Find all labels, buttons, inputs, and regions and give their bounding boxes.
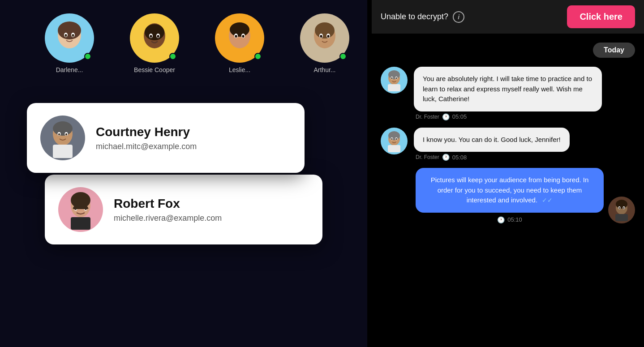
svg-point-13 bbox=[230, 22, 249, 37]
msg-time-3: 05:10 bbox=[507, 216, 522, 223]
story-item-darlene[interactable]: Darlene... bbox=[45, 13, 94, 73]
msg-content-3: Pictures will keep your audience from be… bbox=[416, 168, 604, 223]
svg-point-24 bbox=[327, 35, 330, 38]
today-badge-container: Today bbox=[381, 43, 635, 58]
svg-point-26 bbox=[53, 121, 73, 136]
story-row: Darlene... Bessie Cooper bbox=[45, 13, 349, 73]
contact-info-robert: Robert Fox michelle.rivera@example.com bbox=[114, 197, 222, 223]
story-avatar-wrapper-darlene bbox=[45, 13, 94, 63]
contact-email-robert: michelle.rivera@example.com bbox=[114, 214, 222, 223]
svg-point-44 bbox=[396, 77, 397, 79]
top-bar: Unable to decrypt? i Click here bbox=[372, 0, 644, 34]
contact-card-robert[interactable]: Robert Fox michelle.rivera@example.com bbox=[45, 175, 322, 244]
svg-rect-59 bbox=[615, 214, 628, 221]
svg-point-10 bbox=[150, 35, 152, 38]
message-row-3: Pictures will keep your audience from be… bbox=[381, 168, 635, 223]
story-item-bessie[interactable]: Bessie Cooper bbox=[130, 13, 179, 73]
checkmarks-3: ✓✓ bbox=[542, 197, 553, 204]
msg-content-1: You are absolutely right. I will take ti… bbox=[414, 67, 602, 120]
svg-point-11 bbox=[157, 35, 159, 38]
contact-card-courtney[interactable]: Courtney Henry michael.mitc@example.com bbox=[27, 103, 305, 173]
svg-point-4 bbox=[65, 34, 67, 37]
svg-rect-18 bbox=[233, 39, 246, 43]
msg-avatar-3 bbox=[608, 197, 635, 223]
msg-sender-2: Dr. Foster bbox=[416, 154, 439, 160]
story-name-leslie: Leslie... bbox=[229, 66, 250, 73]
msg-meta-3: 🕐 05:10 bbox=[416, 216, 604, 223]
unable-section: Unable to decrypt? i bbox=[381, 11, 464, 23]
svg-rect-31 bbox=[53, 145, 73, 158]
svg-point-7 bbox=[145, 24, 164, 40]
today-pill: Today bbox=[593, 43, 635, 58]
contact-name-robert: Robert Fox bbox=[114, 197, 222, 211]
svg-point-57 bbox=[619, 207, 620, 209]
msg-bubble-3: Pictures will keep your audience from be… bbox=[416, 168, 604, 213]
story-avatar-wrapper-arthur bbox=[300, 13, 349, 63]
story-avatar-wrapper-bessie bbox=[130, 13, 179, 63]
svg-point-17 bbox=[242, 35, 245, 38]
svg-point-30 bbox=[65, 133, 67, 136]
msg-bubble-2: I know you. You can do it. Good luck, Je… bbox=[414, 128, 570, 152]
contact-avatar-robert bbox=[58, 187, 103, 232]
svg-point-40 bbox=[388, 70, 400, 79]
svg-point-1 bbox=[58, 21, 81, 39]
story-item-leslie[interactable]: Leslie... bbox=[215, 13, 264, 73]
svg-point-16 bbox=[235, 35, 237, 38]
left-panel: Darlene... Bessie Cooper bbox=[0, 0, 367, 347]
story-name-darlene: Darlene... bbox=[56, 66, 83, 73]
online-dot-arthur bbox=[339, 53, 347, 60]
story-avatar-wrapper-leslie bbox=[215, 13, 264, 63]
online-dot-leslie bbox=[254, 53, 262, 60]
contact-info-courtney: Courtney Henry michael.mitc@example.com bbox=[96, 125, 197, 151]
story-item-arthur[interactable]: Arthur... bbox=[300, 13, 349, 73]
message-row-2: I know you. You can do it. Good luck, Je… bbox=[381, 128, 635, 161]
msg-meta-2: Dr. Foster 🕐 05:08 bbox=[414, 154, 570, 161]
msg-avatar-2 bbox=[381, 128, 408, 154]
clock-icon-2: 🕐 bbox=[442, 154, 450, 161]
svg-point-51 bbox=[396, 138, 397, 140]
msg-sender-1: Dr. Foster bbox=[416, 114, 439, 120]
svg-rect-52 bbox=[388, 145, 400, 152]
svg-point-43 bbox=[391, 77, 393, 79]
clock-icon-3: 🕐 bbox=[497, 216, 505, 223]
online-dot-bessie bbox=[169, 53, 176, 60]
svg-point-23 bbox=[320, 35, 322, 38]
contact-email-courtney: michael.mitc@example.com bbox=[96, 142, 197, 151]
svg-rect-45 bbox=[388, 84, 400, 91]
chat-messages: You are absolutely right. I will take ti… bbox=[381, 67, 635, 223]
msg-avatar-1 bbox=[381, 67, 408, 94]
info-icon[interactable]: i bbox=[453, 11, 464, 23]
story-name-bessie: Bessie Cooper bbox=[134, 66, 175, 73]
online-dot-darlene bbox=[84, 53, 91, 60]
svg-point-29 bbox=[58, 133, 60, 136]
svg-point-47 bbox=[388, 131, 400, 140]
svg-point-58 bbox=[623, 207, 625, 209]
message-row-1: You are absolutely right. I will take ti… bbox=[381, 67, 635, 120]
svg-point-5 bbox=[72, 34, 74, 37]
clock-icon-1: 🕐 bbox=[442, 113, 450, 120]
svg-point-50 bbox=[391, 138, 393, 140]
svg-rect-38 bbox=[71, 217, 90, 230]
svg-point-20 bbox=[315, 22, 335, 39]
story-name-arthur: Arthur... bbox=[313, 66, 335, 73]
msg-content-2: I know you. You can do it. Good luck, Je… bbox=[414, 128, 570, 161]
msg-time-2: 05:08 bbox=[452, 154, 467, 161]
contact-name-courtney: Courtney Henry bbox=[96, 125, 197, 139]
click-here-button[interactable]: Click here bbox=[567, 5, 635, 28]
msg-meta-1: Dr. Foster 🕐 05:05 bbox=[414, 113, 602, 120]
contact-avatar-courtney bbox=[40, 116, 85, 160]
msg-time-1: 05:05 bbox=[452, 113, 467, 120]
unable-to-decrypt-text: Unable to decrypt? bbox=[381, 12, 448, 21]
chat-panel: Today You are absolutely right. I bbox=[372, 34, 644, 347]
msg-bubble-1: You are absolutely right. I will take ti… bbox=[414, 67, 602, 111]
svg-point-54 bbox=[616, 200, 627, 209]
